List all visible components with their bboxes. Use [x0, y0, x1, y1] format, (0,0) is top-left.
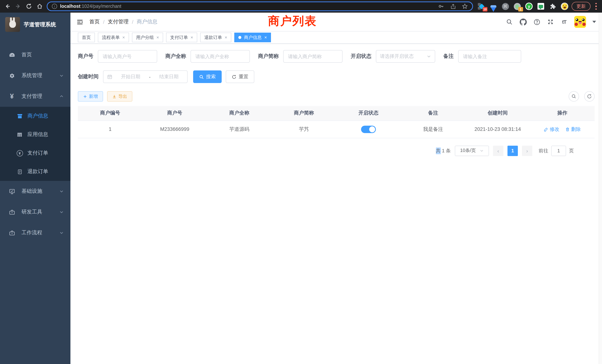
chevron-down-icon — [59, 189, 64, 193]
sidebar-item-home[interactable]: 首页 — [0, 44, 70, 65]
breadcrumb-home[interactable]: 首页 — [89, 19, 100, 25]
col-full-name: 商户全称 — [207, 106, 272, 120]
tab-merchant-info[interactable]: 商户信息 × — [234, 33, 271, 42]
tab-process-form[interactable]: 流程表单 × — [98, 33, 129, 42]
tab-label: 用户分组 — [136, 34, 154, 41]
url-bar[interactable]: i localhost:1024/pay/merchant — [47, 1, 473, 11]
start-date-placeholder: 开始日期 — [116, 73, 145, 80]
monitor-icon — [9, 188, 15, 194]
goto-label: 前往 — [539, 147, 548, 154]
tab-close-icon[interactable]: × — [191, 35, 193, 40]
chevron-down-icon — [59, 210, 64, 214]
search-button[interactable]: 搜索 — [193, 70, 222, 83]
home-icon[interactable] — [36, 3, 43, 10]
merchant-no-label: 商户号 — [78, 53, 93, 60]
tags-view-bar: 首页 流程表单 × 用户分组 × 支付订单 × 退款订单 × — [70, 31, 602, 44]
site-info-icon[interactable]: i — [52, 4, 57, 9]
breadcrumb-separator: / — [103, 19, 105, 25]
tab-close-icon[interactable]: × — [264, 35, 267, 40]
active-tab-dot — [238, 36, 241, 39]
extensions-puzzle-icon[interactable] — [549, 3, 556, 10]
browser-update-button[interactable]: 更新 — [572, 2, 591, 11]
chevron-down-icon — [59, 231, 64, 235]
extension-y-icon[interactable]: y — [525, 3, 533, 10]
sidebar-item-pay-order[interactable]: ¥ 支付订单 — [0, 144, 70, 162]
export-button[interactable]: 导出 — [107, 91, 132, 102]
prev-page-button[interactable]: ‹ — [493, 146, 503, 156]
tab-close-icon[interactable]: × — [156, 35, 159, 40]
briefcase-icon — [9, 230, 15, 236]
gear-icon — [9, 73, 15, 79]
extension-gem-icon[interactable] — [490, 3, 497, 10]
toggle-search-button[interactable] — [569, 91, 579, 102]
status-toggle[interactable] — [361, 126, 376, 133]
current-page-button[interactable]: 1 — [507, 146, 518, 156]
url-path: :1024/pay/merchant — [80, 4, 121, 9]
sidebar-item-pay[interactable]: ¥ 支付管理 — [0, 86, 70, 107]
merchant-no-input[interactable] — [98, 50, 157, 63]
full-name-input[interactable] — [191, 50, 250, 63]
extensions-tray: 10 ⌘ 1 y — [478, 3, 568, 10]
short-name-input[interactable] — [283, 50, 343, 63]
bookmark-star-icon[interactable] — [462, 3, 468, 9]
search-icon[interactable] — [506, 18, 513, 26]
collapse-menu-icon[interactable] — [76, 18, 84, 26]
edit-link[interactable]: 修改 — [544, 126, 559, 132]
back-icon[interactable] — [4, 3, 11, 10]
tab-refund-order[interactable]: 退款订单 × — [200, 33, 231, 42]
end-date-placeholder: 结束日期 — [154, 73, 183, 80]
sidebar-item-workflow[interactable]: 工作流程 — [0, 222, 70, 243]
github-icon[interactable] — [519, 18, 527, 26]
sidebar-item-system[interactable]: 系统管理 — [0, 65, 70, 86]
share-icon[interactable] — [450, 3, 456, 9]
sidebar-item-dev-tools[interactable]: 研发工具 — [0, 202, 70, 222]
next-page-button[interactable]: › — [522, 146, 532, 156]
password-key-icon[interactable] — [438, 3, 444, 9]
delete-link[interactable]: 删除 — [565, 126, 581, 132]
tab-pay-order[interactable]: 支付订单 × — [166, 33, 197, 42]
sidebar-item-label: 应用信息 — [27, 131, 48, 138]
trash-icon — [565, 127, 570, 131]
refresh-table-button[interactable] — [584, 91, 595, 102]
delete-link-label: 删除 — [571, 126, 581, 132]
avatar-caret-icon[interactable] — [592, 21, 596, 23]
font-size-icon[interactable]: tT — [560, 18, 568, 26]
forward-icon[interactable] — [14, 3, 22, 10]
app-logo-row[interactable]: 芋道管理系统 — [0, 13, 70, 36]
reset-button[interactable]: 重置 — [226, 70, 254, 83]
window-scrollbar[interactable] — [599, 13, 602, 364]
add-button[interactable]: 新增 — [78, 91, 103, 102]
browser-menu-icon[interactable] — [595, 3, 597, 10]
user-avatar[interactable] — [574, 16, 586, 28]
extension-chat-icon[interactable] — [537, 3, 545, 10]
extension-badge: 1 — [518, 7, 523, 11]
sidebar-item-app-info[interactable]: 应用信息 — [0, 125, 70, 144]
chevron-down-icon — [480, 149, 484, 153]
tab-close-icon[interactable]: × — [122, 35, 125, 40]
reload-icon[interactable] — [25, 3, 33, 10]
breadcrumb-pay[interactable]: 支付管理 — [108, 19, 129, 25]
fullscreen-icon[interactable] — [547, 18, 554, 26]
create-time-range-picker[interactable]: 开始日期 - 结束日期 — [103, 70, 188, 83]
help-icon[interactable] — [533, 18, 540, 26]
status-select[interactable]: 请选择开启状态 — [376, 50, 435, 63]
extension-emoji-icon[interactable] — [561, 3, 568, 10]
page-size-select[interactable]: 10条/页 — [455, 146, 489, 156]
sidebar-item-refund-order[interactable]: 退款订单 — [0, 162, 70, 181]
sidebar-item-merchant-info[interactable]: 商户信息 — [0, 107, 70, 125]
remark-input[interactable] — [458, 50, 521, 63]
goto-page-input[interactable] — [551, 146, 566, 156]
tab-home[interactable]: 首页 — [78, 33, 95, 42]
edit-link-label: 修改 — [550, 126, 559, 132]
sidebar-item-infra[interactable]: 基础设施 — [0, 181, 70, 202]
browser-chrome: i localhost:1024/pay/merchant 10 — [0, 0, 602, 13]
tab-close-icon[interactable]: × — [225, 35, 227, 40]
extension-avatar-icon[interactable]: 1 — [513, 3, 521, 10]
reset-button-label: 重置 — [239, 73, 248, 80]
breadcrumb: 首页 / 支付管理 / 商户信息 — [89, 19, 158, 25]
extension-diamond-icon[interactable]: 10 — [478, 3, 485, 10]
tab-user-group[interactable]: 用户分组 × — [132, 33, 163, 42]
tab-label: 支付订单 — [170, 34, 188, 41]
toolbox-icon — [9, 209, 15, 215]
extension-command-icon[interactable]: ⌘ — [502, 3, 509, 10]
